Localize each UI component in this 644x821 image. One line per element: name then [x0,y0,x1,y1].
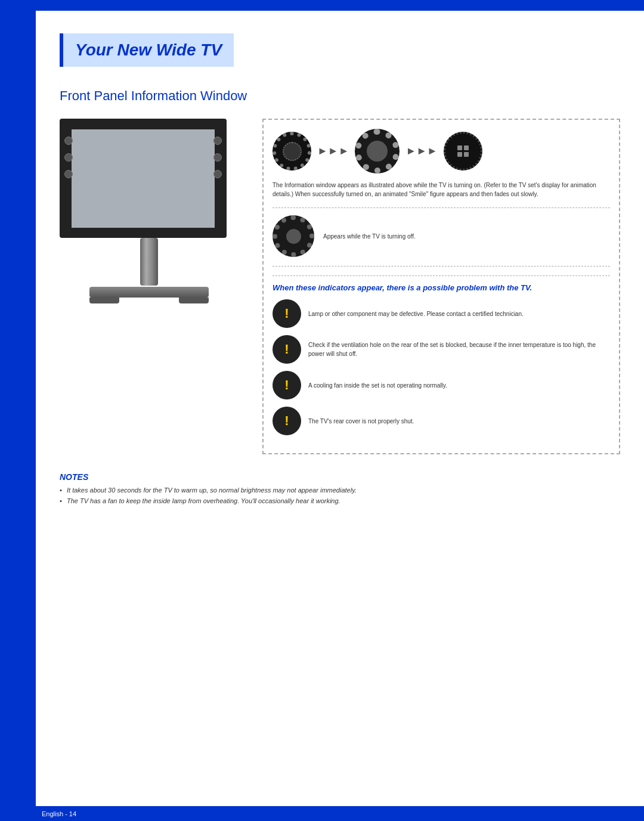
dot-2 [464,145,469,150]
dot-3 [457,152,462,157]
top-bar [0,0,644,11]
appears-text: Appears while the TV is turning off. [323,233,416,240]
note-item-2: The TV has a fan to keep the inside lamp… [60,497,620,504]
svg-text:!: ! [284,342,289,357]
warning-title: When these indicators appear, there is a… [273,283,610,292]
warning-symbol-3: ! [280,378,294,392]
content-layout: ►►► ►►► The Information [60,119,620,454]
tv-section [60,119,250,454]
appears-circle [273,215,314,257]
section-title: Front Panel Information Window [60,88,620,104]
tv-buttons-right [213,137,222,178]
indicator-spinning [355,129,400,174]
tv-button-6 [213,170,222,178]
tv-frame [60,119,227,238]
tv-button-3 [64,170,73,178]
warning-symbol-4: ! [280,414,294,428]
warning-text-3: A cooling fan inside the set is not oper… [308,381,447,390]
stand-neck [140,238,158,286]
warning-icon-4: ! [273,407,301,435]
stand-foot-right [179,298,209,303]
warning-item-2: ! Check if the ventilation hole on the r… [273,335,610,364]
arrow-icon-2: ►►► [405,145,437,157]
indicators-row: ►►► ►►► [273,129,610,174]
appears-inner [286,229,301,244]
warning-item-4: ! The TV's rear cover is not properly sh… [273,407,610,435]
info-panel: ►►► ►►► The Information [262,119,620,454]
warning-item-1: ! Lamp or other component may be defecti… [273,299,610,328]
tv-container [60,119,239,303]
small-dots-pattern [457,145,469,157]
warning-icon-3: ! [273,371,301,399]
bottom-bar: English - 14 [0,806,644,821]
svg-text:!: ! [284,378,289,392]
indicator-dark [444,132,482,171]
separator-2 [273,275,610,276]
indicator-loading-inner [283,142,302,161]
tv-stand [60,238,239,303]
dot-4 [464,152,469,157]
dot-1 [457,145,462,150]
warning-text-1: Lamp or other component may be defective… [308,309,524,318]
notes-list: It takes about 30 seconds for the TV to … [60,487,620,504]
tv-buttons-left [64,137,73,178]
tv-button-4 [213,137,222,145]
appears-section: Appears while the TV is turning off. [273,215,610,267]
arrow-icon-1: ►►► [317,145,349,157]
warning-section: ! Lamp or other component may be defecti… [273,299,610,435]
svg-text:!: ! [284,306,289,321]
title-section: Your New Wide TV [60,33,234,67]
page-title: Your New Wide TV [75,41,222,60]
separator-1 [273,207,610,208]
notes-title: NOTES [60,472,620,482]
stand-foot-left [89,298,119,303]
warning-icon-2: ! [273,335,301,364]
warning-text-2: Check if the ventilation hole on the rea… [308,340,610,358]
tv-button-5 [213,153,222,162]
tv-button-1 [64,137,73,145]
warning-text-4: The TV's rear cover is not properly shut… [308,417,414,426]
svg-text:!: ! [284,414,289,428]
stand-feet [89,298,209,303]
tv-screen [72,129,215,228]
note-item-1: It takes about 30 seconds for the TV to … [60,487,620,494]
indicator-loading [273,132,311,171]
warning-symbol-1: ! [280,306,294,321]
main-content: Your New Wide TV Front Panel Information… [36,23,644,532]
tv-button-2 [64,153,73,162]
stand-base [89,287,209,298]
indicator-spinning-inner [367,141,388,162]
notes-section: NOTES It takes about 30 seconds for the … [60,472,620,504]
left-sidebar [0,0,36,821]
animation-description: The Information window appears as illust… [273,181,610,199]
warning-symbol-2: ! [280,342,294,357]
page-number: English - 14 [42,810,76,817]
warning-icon-1: ! [273,299,301,328]
warning-item-3: ! A cooling fan inside the set is not op… [273,371,610,399]
